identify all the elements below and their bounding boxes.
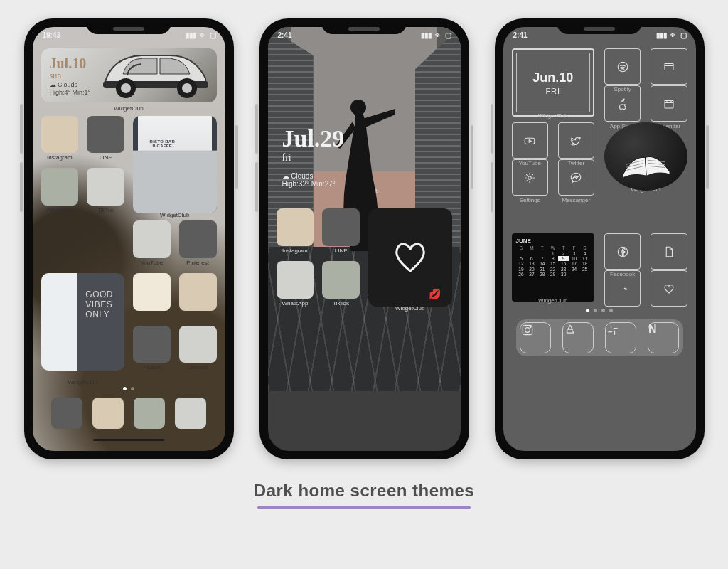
dock-app-appstore[interactable] [562,322,594,353]
svg-rect-7 [665,63,673,70]
weather-widget[interactable]: Jul.10 sun ☁ Clouds High:4° Min:1° [41,48,217,102]
app-whatsapp[interactable] [41,168,79,206]
notch [557,18,642,34]
app-label: WhatsApp [277,300,314,307]
svg-point-2 [121,83,131,93]
notch [321,18,407,34]
app-instagram[interactable] [277,208,314,246]
dock-app-3[interactable] [134,398,165,429]
dock [41,390,217,436]
dock-app-slack[interactable] [605,322,636,353]
app-messenger[interactable] [558,159,594,196]
photo-widget-vibes[interactable]: GOOD VIBES ONLY [41,273,125,371]
app-blank[interactable] [133,273,171,311]
kiss-icon: 💋 [429,288,441,299]
app-facebook[interactable] [604,233,641,270]
home-indicator[interactable] [93,439,164,441]
app-label: TikTok [322,300,360,307]
app-label: Lemon8 [179,364,217,371]
app-label: Picsart [133,364,171,371]
app-label: Instagram [277,248,314,254]
svg-point-16 [530,326,531,328]
dock-app-1[interactable] [51,398,82,429]
sign: RISTO·BARILCAFFE [150,139,176,149]
photo-widget-umbrella[interactable]: RISTO·BARILCAFFE [133,116,217,214]
status-icons: ▮▮▮ ᯤ ▢ [419,31,451,39]
notch [86,18,171,34]
app-appstore[interactable] [604,85,641,122]
heart-icon [392,241,428,274]
car-illustration-icon [99,48,213,100]
svg-point-13 [625,289,626,290]
app-whatsapp[interactable] [277,261,314,299]
app-lemon8[interactable] [179,326,217,363]
widget-day: FRI [545,87,560,95]
calendar-table: SMTWTFS 12345678910111213141516171819202… [516,245,591,277]
status-time: 19:43 [43,31,61,39]
widget-label: WidgetClub [41,105,217,112]
app-tiktok[interactable] [87,168,124,206]
app-tiktok[interactable] [322,261,360,299]
app-label: WhatsApp [41,207,79,213]
app-line[interactable] [87,116,124,154]
app-file[interactable] [651,233,687,270]
home-screen-1[interactable]: 19:43 ▮▮▮ ᯤ ▢ Jul.10 sun ☁ Clouds High:4… [33,27,225,451]
weather-widget[interactable]: Jul.29 fri ☁ Clouds High:32° Min:27° [277,48,452,188]
app-label: Instagram [41,154,79,161]
date-widget[interactable]: Jun.10 FRI [512,48,595,117]
app-spotify[interactable] [604,48,641,85]
widget-label: WidgetClub [512,297,595,304]
app-settings[interactable] [512,159,548,196]
app-label: Settings [512,197,548,203]
cal-month: JUNE [516,238,591,244]
widget-temp: High:4° Min:1° [50,89,91,97]
photo-widget-book[interactable] [604,122,687,191]
widget-label: WidgetClub [512,112,595,119]
app-label: Messanger [558,197,594,203]
book-icon [619,146,673,181]
widget-sky: ☁ Clouds [50,81,91,89]
app-label: LINE [87,154,124,161]
app-instagram[interactable] [41,116,79,154]
widget-temp: High:32° Min:27° [282,180,446,188]
app-label: LINE [322,248,360,254]
app-generic[interactable] [651,48,687,85]
svg-point-4 [182,83,192,93]
widget-date: Jun.10 [532,70,573,85]
app-game[interactable] [604,270,641,307]
widget-day: fri [282,152,446,164]
page-caption: Dark home screen themes [254,481,474,509]
widget-meta: ☁ Clouds High:32° Min:27° [282,172,446,188]
widget-sky: ☁ Clouds [282,172,446,180]
app-pinterest[interactable] [179,220,217,258]
dock-app-4[interactable] [175,398,206,429]
app-youtube[interactable] [512,122,548,159]
dock: N [516,319,683,356]
status-time: 2:41 [513,31,528,39]
app-blank[interactable] [179,273,217,311]
app-blank[interactable] [133,220,171,258]
phone-3: 2:41 ▮▮▮ ᯤ ▢ Jun.10 FRI Spotify App Stor… [495,18,705,459]
home-screen-3[interactable]: 2:41 ▮▮▮ ᯤ ▢ Jun.10 FRI Spotify App Stor… [503,27,696,451]
dock-app-n[interactable]: N [648,322,679,353]
home-screen-2[interactable]: 2:41 ▮▮▮ ᯤ ▢ Jul.29 fri ☁ Clouds High:32… [268,27,461,451]
app-twitter[interactable] [558,122,594,159]
phone-2: 2:41 ▮▮▮ ᯤ ▢ Jul.29 fri ☁ Clouds High:32… [259,18,469,459]
good-vibes-text: GOOD VIBES ONLY [85,290,113,319]
calendar-widget[interactable]: JUNE SMTWTFS 123456789101112131415161718… [512,233,595,302]
app-heart[interactable] [651,270,687,307]
svg-point-15 [525,328,530,333]
app-line[interactable] [322,208,360,246]
app-label: TikTok [87,207,124,213]
phone-1: 19:43 ▮▮▮ ᯤ ▢ Jul.10 sun ☁ Clouds High:4… [24,18,234,459]
dock-app-2[interactable] [92,398,124,429]
app-picsart[interactable] [133,326,171,363]
status-icons: ▮▮▮ ᯤ ▢ [655,31,686,39]
dock-app-instagram[interactable] [520,322,551,353]
page-dots[interactable] [512,309,687,312]
app-calendar[interactable] [651,85,687,122]
photo-widget-heart[interactable]: 💋 [368,208,452,307]
svg-rect-8 [665,100,673,108]
widget-meta: ☁ Clouds High:4° Min:1° [50,81,91,97]
svg-point-10 [528,176,532,179]
